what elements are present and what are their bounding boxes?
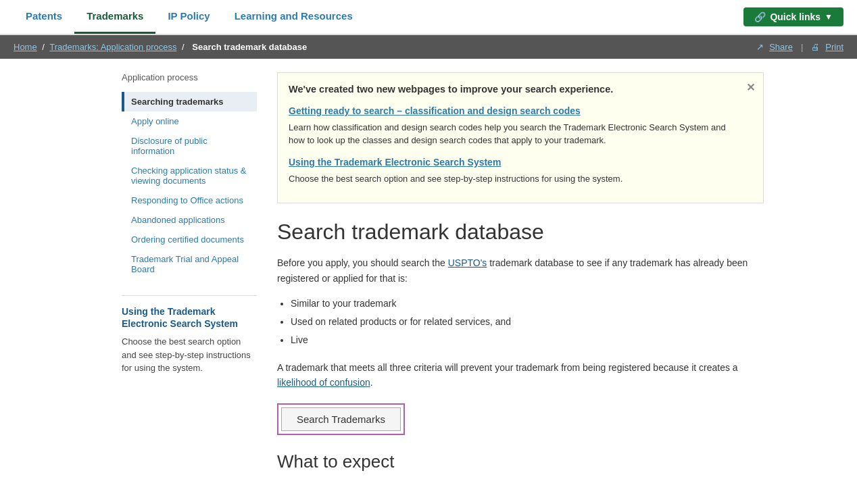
sidebar-item-checking-status[interactable]: Checking application status & viewing do… — [122, 161, 257, 191]
main-layout: Application process Searching trademarks… — [0, 59, 857, 493]
notice-box: ✕ We've created two new webpages to impr… — [277, 72, 764, 203]
print-icon: 🖨 — [811, 42, 820, 52]
print-link[interactable]: Print — [825, 42, 843, 52]
sidebar-promo-text: Choose the best search option and see st… — [122, 335, 257, 375]
top-navigation: Patents Trademarks IP Policy Learning an… — [0, 0, 857, 35]
sidebar-promo-title: Using the Trademark Electronic Search Sy… — [122, 305, 257, 330]
share-link[interactable]: Share — [769, 42, 793, 52]
notice-desc-2: Choose the best search option and see st… — [289, 172, 743, 186]
uspto-link[interactable]: USPTO's — [448, 257, 487, 268]
breadcrumb-home[interactable]: Home — [14, 42, 37, 52]
breadcrumb: Home / Trademarks: Application process /… — [14, 42, 310, 52]
breadcrumb-bar: Home / Trademarks: Application process /… — [0, 35, 857, 59]
search-trademarks-button[interactable]: Search Trademarks — [281, 407, 401, 431]
sidebar-item-ordering[interactable]: Ordering certified documents — [122, 230, 257, 249]
bullet-list: Similar to your trademark Used on relate… — [291, 295, 764, 349]
sidebar-item-abandoned[interactable]: Abandoned applications — [122, 210, 257, 230]
sidebar-item-ttab[interactable]: Trademark Trial and Appeal Board — [122, 249, 257, 279]
sidebar-item-apply-online[interactable]: Apply online — [122, 111, 257, 131]
notice-link-1[interactable]: Getting ready to search – classification… — [289, 104, 743, 118]
link-icon: 🔗 — [754, 11, 766, 22]
sidebar-section-title: Application process — [122, 72, 257, 85]
notice-link-2[interactable]: Using the Trademark Electronic Search Sy… — [289, 155, 743, 170]
nav-ip-policy[interactable]: IP Policy — [155, 0, 222, 34]
notice-title: We've created two new webpages to improv… — [289, 82, 743, 97]
notice-desc-1: Learn how classification and design sear… — [289, 121, 743, 147]
nav-trademarks[interactable]: Trademarks — [74, 0, 155, 34]
sidebar-promo: Using the Trademark Electronic Search Sy… — [122, 295, 257, 375]
page-title: Search trademark database — [277, 220, 764, 245]
quick-links-button[interactable]: 🔗 Quick links ▼ — [743, 7, 843, 26]
list-item: Used on related products or for related … — [291, 313, 764, 330]
sidebar-item-searching-trademarks[interactable]: Searching trademarks — [122, 92, 257, 111]
chevron-down-icon: ▼ — [825, 12, 833, 22]
close-icon[interactable]: ✕ — [746, 80, 755, 96]
nav-patents[interactable]: Patents — [14, 0, 74, 34]
list-item: Live — [291, 332, 764, 349]
confusion-paragraph: A trademark that meets all three criteri… — [277, 360, 764, 390]
nav-links: Patents Trademarks IP Policy Learning an… — [14, 0, 743, 34]
sidebar: Application process Searching trademarks… — [122, 72, 257, 479]
sidebar-item-responding[interactable]: Responding to Office actions — [122, 191, 257, 210]
share-icon: ↗ — [756, 42, 764, 52]
page-intro: Before you apply, you should search the … — [277, 255, 764, 286]
what-to-expect-heading: What to expect — [277, 451, 764, 472]
breadcrumb-level2[interactable]: Trademarks: Application process — [49, 42, 176, 52]
sidebar-item-disclosure[interactable]: Disclosure of public information — [122, 131, 257, 161]
main-content: ✕ We've created two new webpages to impr… — [277, 72, 764, 479]
breadcrumb-current: Search trademark database — [192, 42, 307, 52]
list-item: Similar to your trademark — [291, 295, 764, 312]
breadcrumb-actions: ↗ Share | 🖨 Print — [756, 42, 843, 52]
confusion-link[interactable]: likelihood of confusion — [277, 377, 370, 388]
nav-learning[interactable]: Learning and Resources — [222, 0, 365, 34]
search-button-wrapper: Search Trademarks — [277, 403, 405, 435]
